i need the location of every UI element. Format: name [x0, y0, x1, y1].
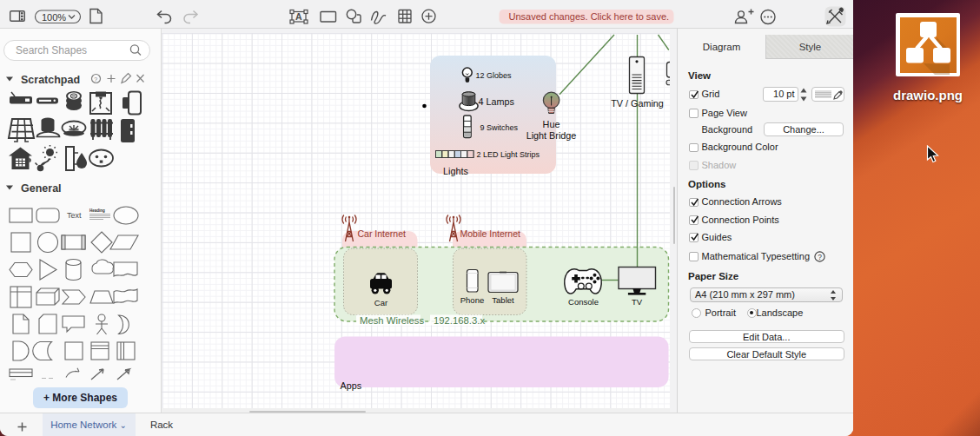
- svg-text:Mobile Internet: Mobile Internet: [460, 228, 521, 239]
- svg-text:192.168.3.x: 192.168.3.x: [434, 315, 485, 326]
- svg-text:Console: Console: [568, 297, 599, 307]
- svg-text:Scratchpad: Scratchpad: [21, 74, 80, 86]
- svg-text:Hue: Hue: [543, 119, 560, 129]
- svg-text:General: General: [21, 182, 62, 195]
- svg-text:TV: TV: [632, 297, 643, 307]
- svg-text:TV / Gaming: TV / Gaming: [611, 98, 664, 109]
- svg-text:Unsaved changes. Click here to: Unsaved changes. Click here to save.: [509, 11, 670, 22]
- svg-text:9 Switches: 9 Switches: [480, 123, 519, 132]
- svg-text:?: ?: [818, 253, 822, 261]
- svg-text:12 Globes: 12 Globes: [476, 71, 513, 80]
- svg-text:Lights: Lights: [443, 166, 468, 176]
- svg-text:Mesh Wireless: Mesh Wireless: [360, 315, 424, 326]
- svg-text:Car Internet: Car Internet: [358, 228, 407, 239]
- svg-text:4 Lamps: 4 Lamps: [479, 96, 515, 107]
- svg-text:Car: Car: [374, 298, 387, 307]
- svg-text:100%: 100%: [42, 12, 66, 23]
- svg-text:A: A: [295, 11, 302, 22]
- svg-text:?: ?: [94, 76, 97, 83]
- svg-text:2 LED Light Strips: 2 LED Light Strips: [477, 150, 540, 159]
- svg-text:Text: Text: [67, 211, 82, 220]
- svg-text:Phone: Phone: [460, 295, 484, 305]
- svg-text:Apps: Apps: [341, 380, 362, 391]
- svg-text:Light Bridge: Light Bridge: [526, 130, 577, 141]
- svg-text:Tablet: Tablet: [492, 295, 514, 305]
- svg-text:Heading: Heading: [89, 208, 105, 213]
